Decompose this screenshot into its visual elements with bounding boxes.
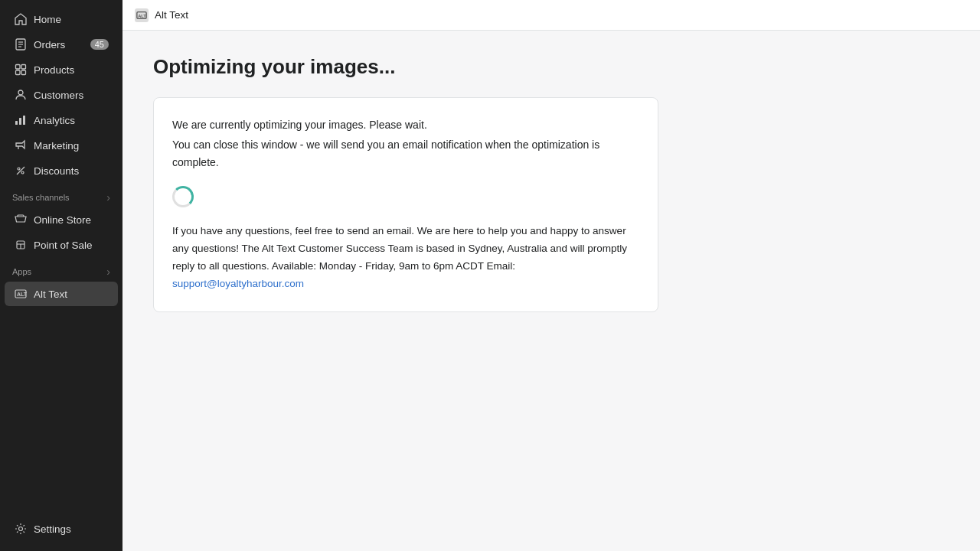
svg-point-14	[21, 171, 24, 174]
sidebar-bottom: Settings	[0, 510, 122, 551]
sidebar-item-products-label: Products	[34, 64, 74, 76]
sidebar-item-orders[interactable]: Orders 45	[5, 32, 118, 57]
svg-point-8	[18, 90, 23, 95]
svg-rect-10	[19, 118, 21, 125]
spinner-container	[172, 186, 639, 207]
sidebar-item-analytics-label: Analytics	[34, 115, 75, 126]
sidebar-item-alt-text[interactable]: ALT Alt Text	[5, 282, 118, 306]
sidebar-item-discounts[interactable]: Discounts	[5, 158, 118, 183]
sidebar-item-discounts-label: Discounts	[34, 165, 79, 177]
breadcrumb-text: Alt Text	[155, 9, 188, 21]
apps-label: Apps	[12, 267, 31, 276]
svg-rect-6	[16, 70, 21, 75]
sidebar-item-point-of-sale[interactable]: Point of Sale	[5, 233, 118, 257]
sidebar-item-orders-label: Orders	[34, 39, 65, 51]
sidebar-nav: Home Orders 45	[0, 0, 122, 510]
sidebar-item-settings[interactable]: Settings	[5, 517, 118, 541]
svg-rect-9	[15, 121, 18, 125]
sidebar-item-settings-label: Settings	[34, 523, 71, 535]
svg-rect-7	[21, 70, 26, 75]
info-text-content: If you have any questions, feel free to …	[172, 225, 627, 272]
analytics-icon	[14, 113, 28, 127]
card-line2: You can close this window - we will send…	[172, 136, 639, 171]
sidebar-item-alt-text-label: Alt Text	[34, 289, 67, 300]
sidebar-item-home-label: Home	[34, 14, 61, 25]
header-bar: ALT Alt Text	[122, 0, 980, 31]
alt-text-icon: ALT	[14, 287, 28, 301]
sidebar-item-online-store-label: Online Store	[34, 214, 91, 226]
sidebar-item-analytics[interactable]: Analytics	[5, 108, 118, 132]
card-line1: We are currently optimizing your images.…	[172, 116, 639, 133]
loading-spinner	[172, 186, 194, 207]
sidebar-item-customers-label: Customers	[34, 90, 83, 101]
sidebar: Home Orders 45	[0, 0, 122, 551]
orders-badge: 45	[90, 39, 109, 50]
point-of-sale-icon	[14, 238, 28, 252]
main-content: ALT Alt Text Optimizing your images... W…	[122, 0, 980, 551]
svg-text:ALT: ALT	[138, 13, 146, 18]
home-icon	[14, 12, 28, 26]
breadcrumb-icon: ALT	[135, 8, 149, 22]
apps-section: Apps ›	[0, 258, 122, 281]
settings-icon	[14, 522, 28, 536]
products-icon	[14, 63, 28, 77]
sales-channels-label: Sales channels	[12, 193, 70, 202]
svg-rect-5	[21, 65, 26, 70]
card-info-text: If you have any questions, feel free to …	[172, 223, 639, 293]
svg-text:ALT: ALT	[17, 292, 27, 297]
discounts-icon	[14, 164, 28, 178]
sidebar-item-home[interactable]: Home	[5, 7, 118, 31]
svg-point-13	[18, 168, 20, 170]
customers-icon	[14, 88, 28, 102]
sidebar-item-customers[interactable]: Customers	[5, 83, 118, 107]
sidebar-item-marketing-label: Marketing	[34, 140, 79, 152]
orders-icon	[14, 37, 28, 51]
support-email-link[interactable]: support@loyaltyharbour.com	[172, 278, 304, 289]
sidebar-item-point-of-sale-label: Point of Sale	[34, 240, 93, 251]
svg-point-21	[19, 527, 23, 531]
optimization-card: We are currently optimizing your images.…	[153, 97, 658, 312]
sidebar-item-marketing[interactable]: Marketing	[5, 133, 118, 158]
sidebar-item-products[interactable]: Products	[5, 57, 118, 82]
apps-chevron[interactable]: ›	[106, 266, 110, 278]
svg-rect-11	[23, 116, 25, 125]
page-title: Optimizing your images...	[153, 55, 949, 79]
svg-rect-4	[16, 65, 21, 70]
content-area: Optimizing your images... We are current…	[122, 31, 980, 551]
sales-channels-chevron[interactable]: ›	[106, 191, 110, 204]
online-store-icon	[14, 213, 28, 227]
sidebar-item-online-store[interactable]: Online Store	[5, 207, 118, 232]
marketing-icon	[14, 139, 28, 152]
sales-channels-section: Sales channels ›	[0, 184, 122, 207]
